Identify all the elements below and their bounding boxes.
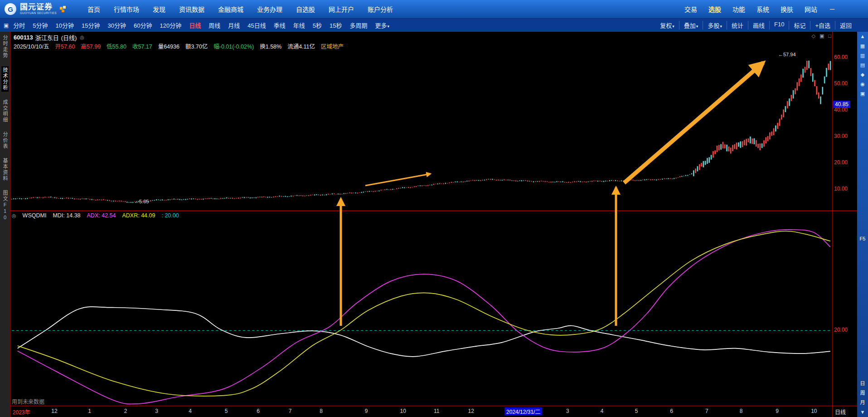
period-week-button[interactable]: 周 [860, 391, 865, 396]
axis-period-label: 日线 [835, 408, 846, 416]
left-tab-图文F10[interactable]: 图文F10 [1, 189, 9, 222]
timeline-label-9: 9 [365, 408, 368, 414]
tool-+自选[interactable]: +自选 [810, 21, 835, 29]
left-tab-技术分析[interactable]: 技术分析 [1, 66, 9, 92]
left-tab-分价表[interactable]: 分价表 [1, 131, 9, 150]
menu-item-业务办理[interactable]: 业务办理 [257, 5, 282, 14]
menu-item-行情市场[interactable]: 行情市场 [114, 5, 139, 14]
diamond-icon[interactable]: ◇ [811, 33, 815, 39]
quick-menu-系统[interactable]: 系统 [756, 5, 769, 14]
indicator-threshold-label: 20.00 [834, 327, 848, 333]
scroll-down-icon[interactable]: ▼ [860, 410, 865, 415]
refresh-f5-button[interactable]: F5 [860, 236, 866, 241]
indicator-part-3: ADXR: 44.09 [122, 212, 155, 219]
period-15分钟[interactable]: 15分钟 [82, 21, 100, 29]
period-更多[interactable]: 更多▾ [375, 21, 389, 29]
left-tab-基本资料[interactable]: 基本资料 [1, 157, 9, 182]
menu-item-资讯数据[interactable]: 资讯数据 [179, 5, 204, 14]
price-tick-50.00: 50.00 [834, 81, 848, 87]
panel-icon[interactable]: ▣ [820, 33, 824, 39]
indicator-collapse-icon[interactable]: ◎ [12, 213, 16, 219]
brand-cube-icon [60, 6, 67, 13]
menu-item-账户分析[interactable]: 账户分析 [368, 5, 393, 14]
tool-画线[interactable]: 画线 [748, 21, 769, 29]
menu-item-首页[interactable]: 首页 [87, 5, 100, 14]
menu-item-自选股[interactable]: 自选股 [296, 5, 315, 14]
timeline-label-2023年: 2023年 [13, 408, 30, 416]
period-分时[interactable]: 分时 [13, 21, 25, 29]
tool-叠加[interactable]: 叠加▾ [679, 21, 703, 29]
left-tab-成交明细[interactable]: 成交明细 [1, 98, 9, 124]
target-tool-icon[interactable]: ◉ [860, 82, 865, 87]
period-年线[interactable]: 年线 [293, 21, 305, 29]
menubar: G 国元证券 GUOYUAN SECURITIES 首页行情市场发现资讯数据金融… [0, 0, 868, 18]
quote-field-sector: 区域地产 [321, 42, 344, 50]
quick-menu-换肤[interactable]: 换肤 [781, 5, 793, 14]
chevron-down-icon: ▾ [672, 24, 674, 29]
timeline-label-4: 4 [189, 408, 192, 414]
left-tab-分时走势[interactable]: 分时走势 [1, 34, 9, 59]
period-30分钟[interactable]: 30分钟 [108, 21, 126, 29]
quick-menu-网站[interactable]: 网站 [805, 5, 817, 14]
menu-item-金融商城[interactable]: 金融商城 [218, 5, 243, 14]
period-月线[interactable]: 月线 [228, 21, 240, 29]
price-tick-30.00: 30.00 [834, 133, 848, 139]
small-trend-arrow [365, 174, 431, 186]
quick-menu-功能[interactable]: 功能 [732, 5, 745, 14]
timeline-label-11: 11 [434, 408, 439, 414]
brand-logo-icon: G [5, 3, 16, 15]
right-tool-strip: ▲▦▥▤◆◉▣F5日周月▼ [857, 32, 868, 417]
big-trend-arrow [624, 63, 763, 183]
tool-复权[interactable]: 复权▾ [655, 21, 679, 29]
period-month-button[interactable]: 月 [860, 400, 865, 405]
price-tick-20.00: 20.00 [834, 160, 848, 166]
menu-item-网上开户[interactable]: 网上开户 [329, 5, 354, 14]
timeline-label-3: 3 [155, 408, 158, 414]
tool-多股[interactable]: 多股▾ [703, 21, 727, 29]
timeline-label-12: 12 [51, 408, 57, 414]
period-60分钟[interactable]: 60分钟 [134, 21, 152, 29]
timeline-label-8: 8 [740, 408, 743, 414]
minimize-icon[interactable]: ─ [830, 5, 834, 13]
quick-menu: 交易选股功能系统换肤网站 [684, 5, 817, 14]
tool-返回[interactable]: 返回 [835, 21, 856, 29]
period-季线[interactable]: 季线 [274, 21, 286, 29]
diamond-tool-icon[interactable]: ◆ [861, 72, 864, 77]
period-45日线[interactable]: 45日线 [247, 21, 266, 29]
period-10分钟[interactable]: 10分钟 [56, 21, 74, 29]
panel-box-icon[interactable]: ▣ [860, 91, 865, 96]
tool-标记[interactable]: 标记 [789, 21, 810, 29]
timeline-axis[interactable]: 2023年121234567891011122024/12/31/二345678… [0, 407, 832, 417]
period-周线[interactable]: 周线 [209, 21, 220, 29]
quote-field-amount: 额3.70亿 [185, 42, 208, 50]
maximize-icon[interactable]: □ [828, 33, 831, 39]
period-5分钟[interactable]: 5分钟 [33, 21, 48, 29]
menu-item-发现[interactable]: 发现 [153, 5, 165, 14]
indicator-part-1: MDI: 14.38 [53, 212, 80, 219]
future-data-note: 用到未来数据 [12, 397, 44, 405]
period-5秒[interactable]: 5秒 [313, 21, 322, 29]
period-day-button[interactable]: 日 [860, 381, 865, 386]
tool-统计[interactable]: 统计 [727, 21, 748, 29]
indicator-part-4: : 20.00 [161, 212, 179, 219]
chevron-down-icon: ▾ [696, 24, 698, 29]
timeline-label-1: 1 [88, 408, 91, 414]
period-buttons: 分时5分钟10分钟15分钟30分钟60分钟120分钟日线周线月线45日线季线年线… [13, 21, 389, 29]
quote-list-icon[interactable]: ▤ [860, 63, 865, 68]
symbol-dropdown-icon[interactable]: ◎ [80, 34, 84, 40]
chevron-down-icon: ▾ [720, 24, 722, 29]
period-多周期[interactable]: 多周期 [349, 21, 367, 29]
tool-F10[interactable]: F10 [769, 21, 789, 29]
scroll-up-icon[interactable]: ▲ [860, 34, 865, 39]
timeline-label-4: 4 [601, 408, 604, 414]
window-layout-icon[interactable]: ▣ [4, 22, 9, 29]
quote-field-date: 2025/10/10/五 [14, 42, 49, 50]
period-15秒[interactable]: 15秒 [330, 21, 342, 29]
period-日线[interactable]: 日线 [189, 21, 201, 29]
kline-panel-icon[interactable]: ▥ [860, 53, 865, 58]
price-axis: 40.85 日线 60.0050.0040.0030.0020.0010.002… [833, 32, 857, 417]
quick-menu-选股[interactable]: 选股 [708, 5, 721, 14]
multi-grid-icon[interactable]: ▦ [860, 44, 865, 49]
quick-menu-交易[interactable]: 交易 [684, 5, 697, 14]
period-120分钟[interactable]: 120分钟 [160, 21, 181, 29]
